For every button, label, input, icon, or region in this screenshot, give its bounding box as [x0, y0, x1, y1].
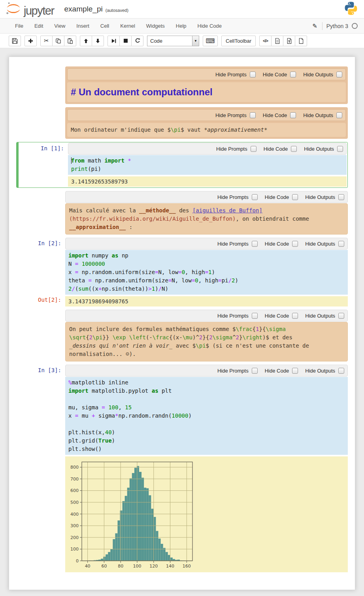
hide-code-checkbox[interactable] [290, 112, 296, 118]
move-cell-up-button[interactable] [80, 36, 92, 46]
autosave-status: (autosaved) [106, 8, 128, 13]
code-editor[interactable]: %matplotlib inlineimport matplotlib.pypl… [65, 377, 348, 455]
hide-prompts-checkbox[interactable] [250, 72, 256, 78]
add-cell-button[interactable] [25, 36, 37, 46]
output-prompt [16, 455, 65, 572]
hide-code-checkbox[interactable] [292, 194, 298, 200]
hide-outputs-label: Hide Outputs [305, 241, 335, 247]
hide-code-label: Hide Code [263, 112, 287, 118]
export-doc-button[interactable] [271, 36, 283, 46]
hide-outputs-label: Hide Outputs [305, 368, 335, 374]
cell-content: Hide PromptsHide CodeHide Outputs# Un do… [65, 66, 348, 104]
menu-item-insert[interactable]: Insert [71, 23, 95, 29]
svg-text:120: 120 [149, 564, 158, 569]
input-prompt [16, 107, 65, 139]
menu-item-edit[interactable]: Edit [29, 23, 49, 29]
hide-prompts-checkbox[interactable] [252, 368, 258, 374]
menu-item-file[interactable]: File [9, 23, 29, 29]
kernel-status-icon [352, 23, 358, 29]
menu-item-help[interactable]: Help [170, 23, 192, 29]
celltoolbar-button[interactable]: CellToolbar [221, 36, 256, 46]
hide-prompts-label: Hide Prompts [217, 241, 249, 247]
hide-prompts-checkbox[interactable] [252, 313, 258, 319]
hide-outputs-label: Hide Outputs [303, 72, 333, 78]
hide-prompts-checkbox[interactable] [252, 194, 258, 200]
hide-code-checkbox[interactable] [292, 368, 298, 374]
markdown-unrendered-area: Hide PromptsHide CodeHide Outputs# Un do… [65, 66, 348, 104]
code-editor[interactable]: import numpy as npN = 1000000x = np.rand… [65, 250, 348, 295]
svg-text:60: 60 [101, 564, 107, 569]
code-icon: </> [263, 38, 268, 43]
menu-item-cell[interactable]: Cell [95, 23, 115, 29]
hide-code-checkbox[interactable] [292, 241, 298, 247]
keyboard-icon: ⌨ [206, 37, 215, 45]
input-prompt: In [3]: [16, 365, 65, 455]
hide-prompts-label: Hide Prompts [217, 368, 249, 374]
cut-cell-button[interactable]: ✂ [40, 36, 53, 46]
hide-outputs-label: Hide Outputs [304, 146, 334, 152]
hide-code-label: Hide Code [265, 313, 289, 319]
cell-type-select[interactable]: Code ▼ [147, 36, 199, 46]
input-prompt: In [1]: [19, 143, 68, 175]
hide-code-label: Hide Code [263, 72, 287, 78]
scissors-icon: ✂ [44, 37, 49, 44]
toolbar: ✂ Code ▼ ⌨ CellToolbar </> [0, 34, 364, 48]
notebook-site: Hide PromptsHide CodeHide Outputs# Un do… [0, 48, 364, 596]
menu-item-kernel[interactable]: Kernel [115, 23, 141, 29]
hide-code-label: Hide Code [265, 194, 289, 200]
jupyter-logo[interactable]: jupyter [6, 2, 54, 17]
svg-text:400: 400 [70, 512, 79, 517]
hide-code-checkbox[interactable] [291, 146, 297, 152]
hide-outputs-checkbox[interactable] [336, 72, 342, 78]
hide-outputs-checkbox[interactable] [338, 313, 344, 319]
export-pdf-button[interactable] [283, 36, 295, 46]
move-cell-down-button[interactable] [92, 36, 104, 46]
run-cell-button[interactable] [108, 36, 120, 46]
menu-item-widgets[interactable]: Widgets [141, 23, 170, 29]
paste-cell-button[interactable] [64, 36, 76, 46]
markdown-source[interactable]: Mon ordinateur m'indique que $\pi$ vaut … [67, 123, 346, 137]
save-button[interactable] [9, 36, 21, 46]
svg-text:200: 200 [70, 535, 79, 540]
hide-code-checkbox[interactable] [290, 72, 296, 78]
restart-kernel-button[interactable] [131, 36, 143, 46]
hide-prompts-checkbox[interactable] [252, 241, 258, 247]
hide-outputs-checkbox[interactable] [338, 194, 344, 200]
svg-text:300: 300 [70, 523, 79, 528]
menu-item-view[interactable]: View [49, 23, 71, 29]
hide-code-label: Hide Code [265, 368, 289, 374]
hide-prompts-checkbox[interactable] [250, 112, 256, 118]
markdown-source[interactable]: # Un document computationnel [67, 82, 346, 102]
new-file-button[interactable] [295, 36, 307, 46]
stop-button[interactable] [119, 36, 132, 46]
code-editor[interactable]: from math import *print(pi) [68, 155, 347, 175]
markdown-unrendered-area: Hide PromptsHide CodeHide OutputsMon ord… [65, 107, 348, 139]
svg-text:80: 80 [118, 564, 123, 569]
menu-item-hide-code[interactable]: Hide Code [192, 23, 227, 29]
input-prompt: In [2]: [16, 238, 65, 295]
notebook-title[interactable]: example_pi [64, 5, 103, 13]
toggle-code-button[interactable]: </> [259, 36, 272, 46]
hide-outputs-label: Hide Outputs [303, 112, 333, 118]
copy-cell-button[interactable] [52, 36, 64, 46]
markdown-source[interactable]: On peut inclure des formules mathématiqu… [65, 322, 348, 361]
hide-outputs-checkbox[interactable] [338, 368, 344, 374]
hide-prompts-label: Hide Prompts [216, 146, 247, 152]
hide-prompts-checkbox[interactable] [251, 146, 256, 152]
python-logo-icon [343, 1, 358, 17]
command-palette-button[interactable]: ⌨ [203, 36, 218, 46]
cell-hide-toolbar: Hide PromptsHide CodeHide Outputs [65, 365, 348, 377]
output-prompt [19, 175, 68, 187]
hide-outputs-checkbox[interactable] [337, 146, 343, 152]
menu-divider [322, 22, 323, 30]
hide-code-label: Hide Code [265, 241, 289, 247]
hide-outputs-checkbox[interactable] [336, 112, 342, 118]
markdown-source[interactable]: Mais calculé avec la __méthode__ des [ai… [65, 203, 348, 235]
cell-hide-toolbar: Hide PromptsHide CodeHide Outputs [67, 68, 346, 80]
hide-outputs-checkbox[interactable] [338, 241, 344, 247]
jupyter-logo-icon [6, 2, 21, 17]
input-prompt [16, 191, 65, 235]
output-prompt: Out[2]: [16, 295, 65, 307]
histogram-plot: 4060801001201401600100200300400500600700… [68, 457, 321, 569]
hide-code-checkbox[interactable] [292, 313, 298, 319]
